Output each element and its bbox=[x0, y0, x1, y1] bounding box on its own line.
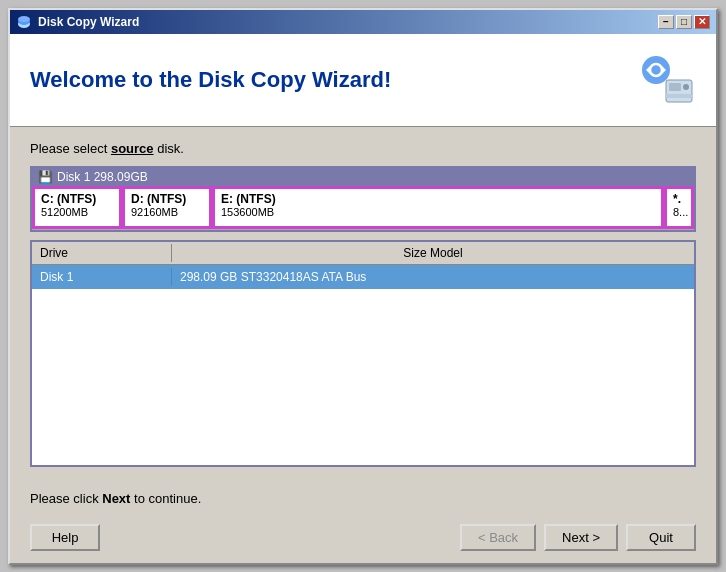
subtitle-post: disk. bbox=[154, 141, 184, 156]
partition-d-label: D: (NTFS) bbox=[131, 192, 203, 206]
svg-point-8 bbox=[683, 84, 689, 90]
window-icon bbox=[16, 14, 32, 30]
partition-c[interactable]: C: (NTFS) 51200MB bbox=[32, 186, 122, 229]
partition-c-size: 51200MB bbox=[41, 206, 113, 218]
title-bar: Disk Copy Wizard − □ ✕ bbox=[10, 10, 716, 34]
col-drive-header: Drive bbox=[32, 244, 172, 262]
svg-rect-9 bbox=[666, 94, 692, 98]
svg-rect-7 bbox=[669, 83, 681, 91]
footer-bold: Next bbox=[102, 491, 130, 506]
subtitle: Please select source disk. bbox=[30, 141, 696, 156]
body-section: Please select source disk. 💾 Disk 1 298.… bbox=[10, 127, 716, 481]
footer-pre: Please click bbox=[30, 491, 102, 506]
header-title: Welcome to the Disk Copy Wizard! bbox=[30, 67, 391, 93]
footer-text: Please click Next to continue. bbox=[10, 481, 716, 516]
button-bar: Help < Back Next > Quit bbox=[10, 516, 716, 563]
table-row[interactable]: Disk 1 298.09 GB ST3320418AS ATA Bus bbox=[32, 265, 694, 289]
minimize-button[interactable]: − bbox=[658, 15, 674, 29]
btn-group-right: < Back Next > Quit bbox=[460, 524, 696, 551]
footer-post: to continue. bbox=[130, 491, 201, 506]
title-bar-left: Disk Copy Wizard bbox=[16, 14, 139, 30]
disk-icon: 💾 bbox=[38, 170, 53, 184]
maximize-button[interactable]: □ bbox=[676, 15, 692, 29]
partition-other-label: *. bbox=[673, 192, 685, 206]
disk-panel: 💾 Disk 1 298.09GB C: (NTFS) 51200MB D: (… bbox=[30, 166, 696, 232]
disk-copy-icon bbox=[636, 50, 696, 110]
svg-point-2 bbox=[18, 16, 30, 22]
drive-table-body: Disk 1 298.09 GB ST3320418AS ATA Bus bbox=[32, 265, 694, 465]
drive-table: Drive Size Model Disk 1 298.09 GB ST3320… bbox=[30, 240, 696, 467]
partition-c-label: C: (NTFS) bbox=[41, 192, 113, 206]
partition-e[interactable]: E: (NTFS) 153600MB bbox=[212, 186, 664, 229]
header-icon bbox=[636, 50, 696, 110]
back-button[interactable]: < Back bbox=[460, 524, 536, 551]
drive-table-header: Drive Size Model bbox=[32, 242, 694, 265]
col-sizemodel-header: Size Model bbox=[172, 244, 694, 262]
quit-button[interactable]: Quit bbox=[626, 524, 696, 551]
help-button[interactable]: Help bbox=[30, 524, 100, 551]
disk-panel-label: Disk 1 298.09GB bbox=[57, 170, 148, 184]
partition-e-label: E: (NTFS) bbox=[221, 192, 655, 206]
disk-panel-header: 💾 Disk 1 298.09GB bbox=[32, 168, 694, 186]
close-button[interactable]: ✕ bbox=[694, 15, 710, 29]
row-sizemodel: 298.09 GB ST3320418AS ATA Bus bbox=[172, 268, 694, 286]
row-drive: Disk 1 bbox=[32, 268, 172, 286]
partition-e-size: 153600MB bbox=[221, 206, 655, 218]
main-window: Disk Copy Wizard − □ ✕ Welcome to the Di… bbox=[8, 8, 718, 565]
subtitle-bold: source bbox=[111, 141, 154, 156]
next-button[interactable]: Next > bbox=[544, 524, 618, 551]
partition-d[interactable]: D: (NTFS) 92160MB bbox=[122, 186, 212, 229]
partitions-row: C: (NTFS) 51200MB D: (NTFS) 92160MB E: (… bbox=[32, 186, 694, 230]
subtitle-pre: Please select bbox=[30, 141, 111, 156]
partition-other[interactable]: *. 8... bbox=[664, 186, 694, 229]
partition-d-size: 92160MB bbox=[131, 206, 203, 218]
header-section: Welcome to the Disk Copy Wizard! bbox=[10, 34, 716, 127]
window-title: Disk Copy Wizard bbox=[38, 15, 139, 29]
partition-other-size: 8... bbox=[673, 206, 685, 218]
title-bar-buttons: − □ ✕ bbox=[658, 15, 710, 29]
